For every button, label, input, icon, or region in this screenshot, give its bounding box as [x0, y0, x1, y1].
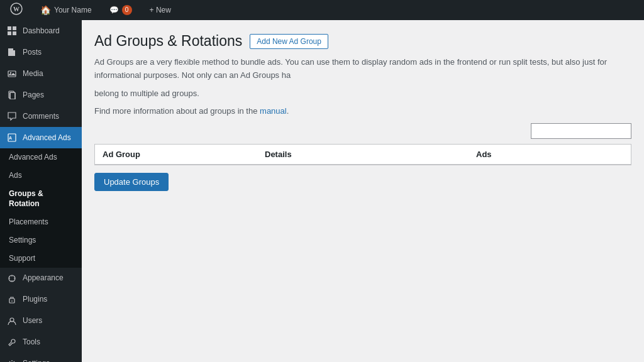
settings-icon — [6, 358, 18, 362]
users-icon — [6, 315, 18, 327]
comments-icon — [6, 111, 18, 122]
new-label: + New — [150, 6, 171, 14]
sidebar-item-pages[interactable]: Pages — [0, 84, 82, 106]
sidebar-item-posts[interactable]: Posts — [0, 41, 82, 63]
manual-text: Find more information about ad groups in… — [94, 106, 257, 116]
period: . — [287, 106, 289, 116]
update-groups-button[interactable]: Update Groups — [94, 173, 169, 191]
manual-text-row: Find more information about ad groups in… — [94, 105, 631, 118]
plugins-label: Plugins — [23, 294, 47, 305]
comment-icon: 💬 — [109, 6, 119, 14]
sidebar: Dashboard Posts Media Pages Comments — [0, 20, 82, 362]
svg-text:W: W — [13, 6, 19, 13]
appearance-label: Appearance — [23, 273, 64, 283]
update-btn-row: Update Groups — [94, 173, 631, 191]
sidebar-sub-placements[interactable]: Placements — [0, 213, 82, 231]
comments-label: Comments — [23, 111, 59, 122]
search-row — [94, 123, 631, 139]
sidebar-sub-ads[interactable]: Ads — [0, 167, 82, 185]
sidebar-item-comments[interactable]: Comments — [0, 106, 82, 127]
svg-rect-4 — [8, 31, 11, 35]
description-line-1: Ad Groups are a very flexible method to … — [94, 56, 631, 82]
svg-rect-3 — [13, 26, 16, 30]
sub-advanced-ads-label: Advanced Ads — [9, 152, 57, 163]
advanced-ads-label: Advanced Ads — [23, 133, 71, 143]
sidebar-item-media[interactable]: Media — [0, 63, 82, 84]
ad-groups-table: Ad Group Details Ads — [94, 144, 631, 165]
search-input[interactable] — [531, 123, 631, 139]
description-line-2: belong to multiple ad groups. — [94, 87, 631, 101]
svg-text:A: A — [9, 136, 12, 140]
column-header-details: Details — [257, 145, 469, 164]
appearance-icon — [6, 273, 18, 284]
plugins-icon — [6, 294, 18, 305]
page-title: Ad Groups & Rotations — [94, 33, 242, 50]
tools-label: Tools — [23, 337, 40, 348]
column-header-ads: Ads — [469, 145, 631, 164]
sidebar-item-dashboard[interactable]: Dashboard — [0, 20, 82, 41]
sidebar-sub-groups-rotation[interactable]: Groups & Rotation — [0, 185, 82, 214]
main-layout: Dashboard Posts Media Pages Comments — [0, 20, 644, 362]
wp-logo-item[interactable]: W — [6, 0, 26, 20]
table-header: Ad Group Details Ads — [95, 145, 631, 165]
sidebar-item-settings[interactable]: Settings — [0, 353, 82, 362]
manual-link[interactable]: manual — [260, 106, 287, 116]
add-new-ad-group-button[interactable]: Add New Ad Group — [250, 34, 328, 49]
users-label: Users — [23, 315, 42, 326]
sub-settings-label: Settings — [9, 235, 36, 246]
media-icon — [6, 68, 18, 79]
sidebar-sub-advanced-ads[interactable]: Advanced Ads — [0, 148, 82, 167]
advanced-ads-icon: A — [6, 132, 18, 143]
svg-rect-5 — [13, 31, 16, 35]
sidebar-item-advanced-ads[interactable]: A Advanced Ads — [0, 127, 82, 148]
svg-rect-2 — [8, 26, 11, 30]
admin-bar: W 🏠 Your Name 💬 0 + New — [0, 0, 644, 20]
comments-count: 0 — [122, 5, 132, 15]
sidebar-sub-settings[interactable]: Settings — [0, 231, 82, 250]
settings-label: Settings — [23, 358, 50, 362]
posts-label: Posts — [23, 47, 42, 58]
dashboard-label: Dashboard — [23, 26, 60, 36]
sidebar-submenu: Advanced Ads Ads Groups & Rotation Place… — [0, 148, 82, 268]
site-name-item[interactable]: 🏠 Your Name — [36, 0, 96, 20]
posts-icon — [6, 47, 18, 58]
content-area: Ad Groups & Rotations Add New Ad Group A… — [82, 20, 644, 362]
column-header-ad-group: Ad Group — [95, 145, 257, 164]
tools-icon — [6, 337, 18, 348]
wp-logo-icon: W — [10, 3, 23, 18]
dashboard-icon — [6, 25, 18, 36]
svg-rect-8 — [8, 71, 16, 77]
comments-item[interactable]: 💬 0 — [106, 0, 136, 20]
media-label: Media — [23, 69, 43, 79]
new-item[interactable]: + New — [146, 0, 175, 20]
sub-support-label: Support — [9, 253, 35, 264]
sidebar-item-plugins[interactable]: Plugins — [0, 289, 82, 310]
sub-groups-rotation-label: Groups & Rotation — [9, 189, 75, 210]
pages-label: Pages — [23, 90, 44, 101]
svg-rect-11 — [10, 92, 15, 99]
page-title-row: Ad Groups & Rotations Add New Ad Group — [94, 33, 631, 50]
sub-placements-label: Placements — [9, 217, 48, 228]
site-name-label: Your Name — [54, 6, 92, 14]
sub-ads-label: Ads — [9, 170, 22, 181]
sidebar-item-appearance[interactable]: Appearance — [0, 268, 82, 289]
sidebar-sub-support[interactable]: Support — [0, 250, 82, 268]
svg-point-9 — [10, 72, 11, 74]
sidebar-item-tools[interactable]: Tools — [0, 332, 82, 353]
sidebar-item-users[interactable]: Users — [0, 310, 82, 332]
home-icon: 🏠 — [40, 5, 51, 15]
pages-icon — [6, 89, 18, 101]
